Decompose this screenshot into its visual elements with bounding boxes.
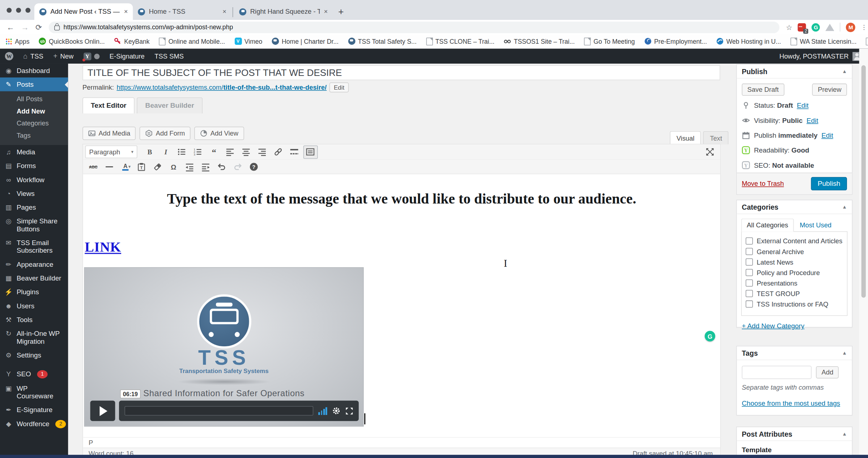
permalink-link[interactable]: https://www.totalsafetysystems.com/title…: [116, 84, 327, 91]
account-menu[interactable]: Howdy, POSTMASTER: [779, 52, 868, 60]
browser-profile-avatar[interactable]: M: [846, 22, 855, 32]
strikethrough-icon[interactable]: ABC: [86, 160, 101, 174]
post-body-link[interactable]: LINK: [85, 240, 121, 255]
window-minimize-icon[interactable]: [16, 8, 21, 13]
indent-icon[interactable]: [199, 160, 213, 174]
distraction-free-icon[interactable]: [703, 145, 717, 159]
edit-link[interactable]: Edit: [807, 116, 818, 124]
align-right-icon[interactable]: [255, 145, 269, 159]
edit-link[interactable]: Edit: [821, 132, 833, 139]
sidebar-item-users[interactable]: ☻Users: [0, 299, 68, 313]
read-more-icon[interactable]: [287, 145, 302, 159]
toolbar-toggle-icon[interactable]: [303, 145, 318, 159]
sidebar-item-forms[interactable]: ▤Forms: [0, 159, 68, 172]
publish-panel-header[interactable]: Publish ▲: [737, 65, 852, 78]
category-checkbox[interactable]: [746, 258, 753, 266]
sidebar-item-settings[interactable]: ⚙Settings: [0, 348, 68, 362]
category-checkbox[interactable]: [746, 279, 753, 287]
drive-extension-icon[interactable]: [826, 23, 834, 31]
sidebar-item-tools[interactable]: ⚒Tools: [0, 313, 68, 326]
add-media-button[interactable]: Add Media: [82, 127, 136, 140]
sidebar-item-beaver-builder[interactable]: ▦Beaver Builder: [0, 271, 68, 285]
sidebar-item-appearance[interactable]: ✏Appearance: [0, 257, 68, 271]
bookmark-item[interactable]: Pre-Employment...: [644, 38, 707, 45]
play-button[interactable]: [90, 401, 115, 421]
collapse-icon[interactable]: ▲: [842, 204, 847, 210]
bookmark-item[interactable]: Online and Mobile...: [159, 37, 225, 45]
submenu-item-all-posts[interactable]: All Posts: [0, 93, 68, 105]
insert-link-icon[interactable]: [271, 145, 285, 159]
new-content-menu[interactable]: +New: [48, 49, 78, 64]
category-checkbox[interactable]: [746, 290, 753, 297]
bookmark-item[interactable]: TSS Total Safety S...: [348, 38, 417, 45]
redo-icon[interactable]: [230, 160, 245, 174]
forward-icon[interactable]: →: [21, 23, 29, 31]
editor-content-area[interactable]: Type the text of the message that we wou…: [83, 174, 720, 437]
sidebar-item-tss-email-subscribers[interactable]: ✉TSS Email Subscribers: [0, 236, 68, 257]
tab-all-categories[interactable]: All Categories: [741, 219, 793, 232]
category-checkbox[interactable]: [746, 300, 753, 308]
embedded-video-player[interactable]: TSS Transportation Safety Systems Shared…: [84, 267, 364, 427]
sidebar-item-plugins[interactable]: ⚡Plugins: [0, 285, 68, 299]
collapse-icon[interactable]: ▲: [842, 431, 847, 436]
new-tag-input[interactable]: [742, 366, 812, 379]
post-attributes-header[interactable]: Post Attributes ▲: [737, 427, 852, 441]
add-form-button[interactable]: Add Form: [140, 127, 190, 140]
tab-beaver-builder[interactable]: Beaver Builder: [137, 97, 203, 113]
paste-as-text-icon[interactable]: T: [134, 160, 149, 174]
sidebar-item-wp-courseware[interactable]: ▣WP Courseware: [0, 381, 68, 403]
grammarly-badge[interactable]: G: [705, 331, 715, 341]
preview-button[interactable]: Preview: [812, 84, 847, 96]
browser-tab[interactable]: Home - TSS×: [133, 3, 231, 20]
close-tab-icon[interactable]: ×: [222, 8, 226, 15]
tab-most-used[interactable]: Most Used: [799, 219, 833, 231]
wp-logo-menu[interactable]: W: [0, 49, 18, 64]
add-tag-button[interactable]: Add: [816, 366, 839, 378]
window-controls[interactable]: [7, 8, 30, 13]
sidebar-item-media[interactable]: ♫Media: [0, 145, 68, 159]
browser-menu-icon[interactable]: ⋮: [861, 26, 863, 28]
browser-tab[interactable]: Right Hand Squeeze - TSS×: [234, 3, 332, 20]
submenu-item-categories[interactable]: Categories: [0, 117, 68, 129]
bookmark-item[interactable]: WA State Licensin...: [791, 37, 857, 45]
choose-most-used-tags-link[interactable]: Choose from the most used tags: [742, 399, 840, 407]
tab-visual[interactable]: Visual: [670, 131, 701, 145]
volume-icon[interactable]: [319, 407, 327, 415]
bookmark-item[interactable]: VVimeo: [234, 38, 262, 45]
yoast-menu[interactable]: Y: [78, 49, 105, 64]
close-tab-icon[interactable]: ×: [124, 8, 128, 15]
progress-bar[interactable]: [124, 406, 313, 415]
special-character-icon[interactable]: Ω: [166, 160, 181, 174]
tab-text[interactable]: Text: [703, 131, 729, 145]
sidebar-item-views[interactable]: ◔Views: [0, 187, 68, 200]
sidebar-item-pages[interactable]: ▥Pages: [0, 200, 68, 214]
tab-text-editor[interactable]: Text Editor: [82, 97, 135, 113]
settings-gear-icon[interactable]: [332, 407, 340, 415]
collapse-icon[interactable]: ▲: [842, 350, 847, 356]
text-color-icon[interactable]: A▾: [118, 160, 133, 174]
tags-panel-header[interactable]: Tags ▲: [737, 346, 852, 360]
close-tab-icon[interactable]: ×: [324, 8, 328, 15]
sidebar-item-posts[interactable]: ✎Posts: [0, 77, 68, 91]
italic-icon[interactable]: I: [159, 145, 173, 159]
bookmark-item[interactable]: Apps: [5, 38, 29, 44]
new-tab-icon[interactable]: +: [338, 7, 344, 18]
address-bar[interactable]: https://www.totalsafetysystems.com/wp-ad…: [48, 21, 779, 33]
categories-panel-header[interactable]: Categories ▲: [737, 200, 852, 214]
grammarly-extension-icon[interactable]: G: [812, 23, 820, 31]
bulleted-list-icon[interactable]: [175, 145, 189, 159]
window-zoom-icon[interactable]: [25, 8, 30, 13]
sidebar-item-workflow[interactable]: ∞Workflow: [0, 173, 68, 187]
category-checkbox[interactable]: [746, 237, 753, 245]
help-icon[interactable]: ?: [247, 160, 261, 174]
numbered-list-icon[interactable]: 123: [191, 145, 205, 159]
category-checkbox[interactable]: [746, 248, 753, 255]
tss-sms-menu[interactable]: TSS SMS: [150, 49, 189, 64]
bookmark-item[interactable]: Home | Charter Dr...: [272, 38, 339, 45]
window-close-icon[interactable]: [7, 8, 12, 13]
scrollbar-thumb[interactable]: [861, 65, 866, 298]
bookmark-star-icon[interactable]: ☆: [786, 23, 792, 31]
move-to-trash-link[interactable]: Move to Trash: [742, 180, 784, 187]
fullscreen-icon[interactable]: [345, 407, 353, 415]
add-new-category-link[interactable]: + Add New Category: [742, 322, 804, 330]
